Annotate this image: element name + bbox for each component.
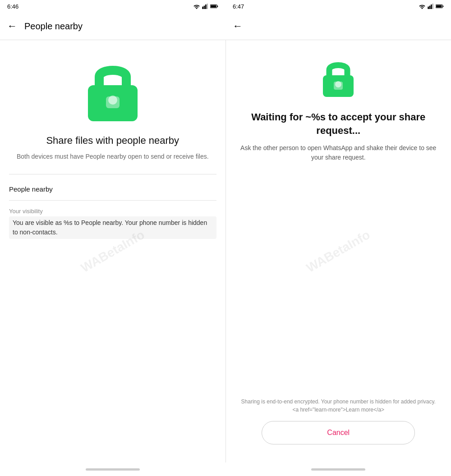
left-back-button[interactable]: ← — [7, 20, 17, 32]
waiting-title: Waiting for ~%s to accept your share req… — [235, 110, 442, 137]
waiting-subtitle: Ask the other person to open WhatsApp an… — [235, 143, 442, 162]
svg-rect-0 — [202, 7, 203, 9]
svg-point-19 — [335, 81, 341, 87]
bottom-bars — [0, 462, 451, 476]
share-subtitle: Both devices must have People nearby ope… — [12, 152, 213, 161]
left-panel: WABetaInfo Share files with people nearb… — [0, 40, 226, 462]
wifi-icon — [193, 4, 200, 9]
svg-rect-10 — [432, 4, 433, 9]
status-bars: 6:46 6:47 — [0, 0, 451, 13]
svg-rect-7 — [428, 7, 429, 9]
left-bottom-bar — [0, 462, 226, 476]
svg-rect-8 — [429, 6, 431, 9]
right-back-button[interactable]: ← — [233, 20, 243, 32]
lock-icon-large — [83, 58, 142, 121]
signal-icon — [202, 4, 208, 9]
right-header: ← — [226, 13, 451, 40]
svg-point-16 — [108, 96, 117, 105]
signal-icon-right — [428, 4, 434, 9]
left-status-bar: 6:46 — [0, 0, 226, 13]
header-bars: ← People nearby ← — [0, 13, 451, 40]
watermark-right: WABetaInfo — [304, 227, 373, 275]
right-panel: WABetaInfo Waiting for ~%s to accept you… — [226, 40, 451, 462]
svg-rect-6 — [217, 6, 218, 7]
visibility-text: You are visible as %s to People nearby. … — [9, 216, 216, 239]
right-time: 6:47 — [233, 3, 244, 10]
divider-top — [9, 174, 216, 174]
svg-rect-2 — [205, 5, 207, 9]
section-label: People nearby — [9, 178, 216, 197]
page-title: People nearby — [24, 21, 83, 32]
left-nav-indicator — [86, 468, 140, 471]
share-title: Share files with people nearby — [46, 135, 179, 146]
main-panels: WABetaInfo Share files with people nearb… — [0, 40, 451, 462]
battery-icon — [210, 4, 218, 9]
right-status-icons — [419, 4, 444, 9]
left-header: ← People nearby — [0, 13, 226, 40]
svg-rect-1 — [204, 6, 205, 9]
svg-rect-9 — [431, 5, 432, 9]
right-nav-indicator — [311, 468, 365, 471]
encrypted-text: Sharing is end-to-end encrypted. Your ph… — [235, 398, 442, 414]
battery-icon-right — [436, 4, 444, 9]
wifi-icon-right — [419, 4, 426, 9]
svg-rect-13 — [442, 6, 443, 7]
right-status-bar: 6:47 — [226, 0, 451, 13]
cancel-button[interactable]: Cancel — [262, 421, 415, 444]
left-time: 6:46 — [7, 3, 18, 10]
left-status-icons — [193, 4, 218, 9]
lock-icon-small — [320, 58, 356, 97]
right-bottom-bar — [226, 462, 451, 476]
svg-rect-5 — [211, 5, 216, 8]
svg-rect-3 — [207, 4, 208, 9]
divider-bottom — [9, 200, 216, 201]
svg-rect-12 — [436, 5, 442, 8]
visibility-label: Your visibility — [9, 204, 216, 216]
